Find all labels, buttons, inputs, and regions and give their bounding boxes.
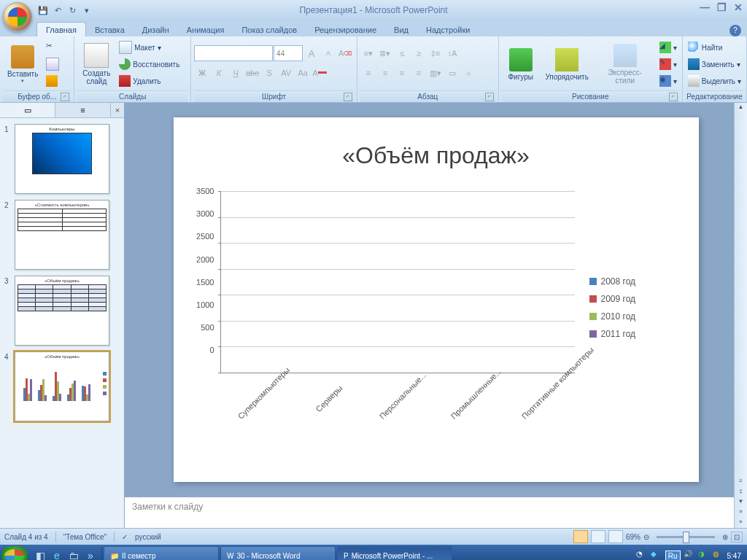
layout-button[interactable]: Макет ▾ bbox=[117, 39, 182, 55]
strike-button[interactable]: abe bbox=[244, 65, 260, 81]
reset-button[interactable]: Восстановить bbox=[117, 56, 182, 72]
justify-button[interactable]: ≡ bbox=[411, 65, 427, 81]
underline-button[interactable]: Ч bbox=[228, 65, 244, 81]
taskbar-app-button[interactable]: 📁II семестр bbox=[104, 546, 219, 560]
ql-chevron-icon[interactable]: » bbox=[82, 547, 98, 560]
tray-language[interactable]: Ru bbox=[665, 551, 681, 561]
arrange-button[interactable]: Упорядочить bbox=[541, 47, 593, 82]
numbering-button[interactable]: ≣▾ bbox=[377, 45, 393, 61]
taskbar-app-button[interactable]: PMicrosoft PowerPoint - ... bbox=[337, 546, 452, 560]
save-icon[interactable]: 💾 bbox=[36, 4, 50, 17]
tab-view[interactable]: Вид bbox=[385, 23, 417, 36]
font-color-button[interactable]: A bbox=[311, 65, 328, 81]
smartart-button[interactable]: ⟐ bbox=[461, 65, 477, 81]
tray-icon-3[interactable]: ◑ bbox=[698, 550, 710, 560]
tab-design[interactable]: Дизайн bbox=[133, 23, 178, 36]
show-desktop-icon[interactable]: ◧ bbox=[32, 547, 48, 560]
align-left-button[interactable]: ≡ bbox=[360, 65, 376, 81]
undo-icon[interactable]: ↶ bbox=[51, 4, 64, 17]
tray-icon-1[interactable]: ◔ bbox=[636, 550, 648, 560]
zoom-in-button[interactable]: ⊕ bbox=[722, 533, 728, 541]
thumbnails-tab-outline[interactable]: ≡ bbox=[55, 103, 111, 117]
legend-item: 2011 год bbox=[589, 329, 677, 339]
thumbnail-slide-4[interactable]: 4«Объём продаж» bbox=[0, 349, 124, 424]
notes-pane[interactable]: Заметки к слайду bbox=[125, 496, 735, 528]
thumbnails-close-icon[interactable]: × bbox=[111, 103, 124, 117]
sorter-view-button[interactable] bbox=[591, 530, 605, 543]
shrink-font-button[interactable]: A bbox=[320, 45, 336, 61]
thumbnails-tab-slides[interactable]: ▭ bbox=[0, 103, 55, 117]
paste-button[interactable]: Вставить▾ bbox=[3, 44, 42, 85]
vertical-scrollbar[interactable] bbox=[734, 103, 747, 528]
tab-animation[interactable]: Анимация bbox=[178, 23, 233, 36]
align-right-button[interactable]: ≡ bbox=[394, 65, 410, 81]
char-spacing-button[interactable]: AV bbox=[278, 65, 294, 81]
tab-insert[interactable]: Вставка bbox=[86, 23, 133, 36]
qat-menu-icon[interactable]: ▾ bbox=[80, 4, 93, 17]
font-family-combo[interactable] bbox=[194, 45, 273, 61]
shape-effects-button[interactable]: ◉▾ bbox=[657, 73, 679, 89]
font-launcher-icon[interactable]: ⌐ bbox=[344, 93, 352, 101]
slide-canvas[interactable]: «Объём продаж» 0500100015002000250030003… bbox=[174, 117, 699, 482]
clear-format-button[interactable]: A⌫ bbox=[337, 45, 353, 61]
shapes-button[interactable]: Фигуры bbox=[502, 47, 540, 82]
volume-icon[interactable]: 🔊 bbox=[684, 550, 695, 560]
align-center-button[interactable]: ≡ bbox=[377, 65, 393, 81]
ie-icon[interactable]: e bbox=[49, 547, 65, 560]
normal-view-button[interactable] bbox=[573, 530, 588, 543]
tray-clock[interactable]: 5:47 bbox=[727, 552, 741, 560]
thumbnail-slide-1[interactable]: 1Компьютеры bbox=[0, 121, 124, 197]
find-button[interactable]: Найти bbox=[686, 39, 743, 55]
drawing-launcher-icon[interactable]: ⌐ bbox=[669, 93, 678, 101]
shape-outline-button[interactable]: ✎▾ bbox=[657, 56, 679, 72]
line-spacing-button[interactable]: ‡≡ bbox=[427, 45, 444, 61]
indent-dec-button[interactable]: ≤ bbox=[394, 45, 410, 61]
close-icon[interactable]: ✕ bbox=[734, 1, 743, 13]
clipboard-launcher-icon[interactable]: ⌐ bbox=[61, 93, 69, 101]
thumbnail-slide-2[interactable]: 2«Стоимость компьютеров» bbox=[0, 197, 124, 273]
shadow-button[interactable]: S bbox=[261, 65, 277, 81]
explorer-icon[interactable]: 🗀 bbox=[66, 547, 82, 560]
italic-button[interactable]: К bbox=[211, 65, 227, 81]
tab-slideshow[interactable]: Показ слайдов bbox=[233, 23, 306, 36]
slideshow-view-button[interactable] bbox=[608, 530, 623, 543]
maximize-icon[interactable]: ❐ bbox=[717, 1, 727, 13]
zoom-value[interactable]: 69% bbox=[626, 533, 640, 541]
delete-button[interactable]: Удалить bbox=[117, 73, 182, 89]
tab-review[interactable]: Рецензирование bbox=[306, 23, 385, 36]
copy-button[interactable] bbox=[44, 56, 61, 72]
quick-styles-button[interactable]: Экспресс-стили bbox=[595, 42, 656, 86]
tray-icon-4[interactable]: ◍ bbox=[713, 550, 724, 560]
thumbnail-slide-3[interactable]: 3«Объём продаж» bbox=[0, 273, 124, 349]
new-slide-button[interactable]: Создать слайд bbox=[77, 42, 115, 87]
zoom-slider[interactable] bbox=[657, 536, 715, 538]
redo-icon[interactable]: ↻ bbox=[66, 4, 79, 17]
align-text-button[interactable]: ▭ bbox=[444, 65, 460, 81]
office-button[interactable] bbox=[3, 2, 32, 31]
format-painter-button[interactable] bbox=[44, 73, 61, 89]
tab-addins[interactable]: Надстройки bbox=[417, 23, 479, 36]
font-size-combo[interactable] bbox=[274, 45, 303, 61]
columns-button[interactable]: ▥▾ bbox=[427, 65, 444, 81]
grow-font-button[interactable]: A bbox=[303, 45, 320, 61]
cut-button[interactable]: ✂ bbox=[44, 39, 61, 55]
text-direction-button[interactable]: ↕A bbox=[444, 45, 460, 61]
indent-inc-button[interactable]: ≥ bbox=[411, 45, 427, 61]
start-button[interactable] bbox=[1, 546, 28, 560]
taskbar-app-button[interactable]: W30 - Microsoft Word bbox=[220, 546, 336, 560]
select-button[interactable]: Выделить ▾ bbox=[686, 73, 743, 89]
zoom-out-button[interactable]: ⊖ bbox=[643, 533, 649, 541]
minimize-icon[interactable]: — bbox=[700, 1, 710, 13]
paragraph-launcher-icon[interactable]: ⌐ bbox=[485, 93, 494, 101]
bullets-button[interactable]: ≡▾ bbox=[360, 45, 376, 61]
tab-home[interactable]: Главная bbox=[36, 22, 86, 36]
tray-icon-2[interactable]: ◆ bbox=[651, 550, 662, 560]
status-language[interactable]: русский bbox=[135, 533, 161, 541]
spellcheck-icon[interactable]: ✓ bbox=[122, 533, 128, 541]
help-icon[interactable]: ? bbox=[729, 25, 741, 36]
replace-button[interactable]: Заменить ▾ bbox=[686, 56, 743, 72]
fit-window-button[interactable]: ⊡ bbox=[731, 532, 743, 542]
shape-fill-button[interactable]: ◢▾ bbox=[657, 39, 679, 55]
change-case-button[interactable]: Aa bbox=[295, 65, 311, 81]
bold-button[interactable]: Ж bbox=[194, 65, 210, 81]
